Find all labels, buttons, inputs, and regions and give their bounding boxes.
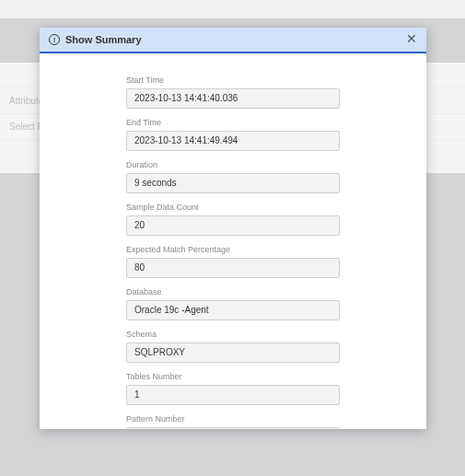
field-pattern-number: Pattern Number <box>126 414 340 429</box>
field-label: Pattern Number <box>126 414 340 424</box>
summary-form: Start Time End Time Duration Sample Data… <box>126 75 340 429</box>
field-label: Tables Number <box>126 372 340 381</box>
start-time-input[interactable] <box>126 88 340 109</box>
field-database: Database <box>126 287 340 320</box>
field-label: Expected Match Percentage <box>126 245 340 254</box>
field-schema: Schema <box>126 330 340 363</box>
info-icon: ! <box>49 34 60 45</box>
end-time-input[interactable] <box>126 131 340 151</box>
expected-match-percentage-input[interactable] <box>126 258 340 278</box>
pattern-number-input[interactable] <box>126 427 340 429</box>
tables-number-input[interactable] <box>126 385 340 405</box>
database-input[interactable] <box>126 300 340 320</box>
field-end-time: End Time <box>126 118 340 151</box>
modal-body: Start Time End Time Duration Sample Data… <box>40 53 426 429</box>
modal-overlay: ! Show Summary ✕ Start Time End Time Dur… <box>0 0 465 476</box>
field-tables-number: Tables Number <box>126 372 340 405</box>
field-label: Start Time <box>126 75 340 85</box>
field-label: Sample Data Count <box>126 203 340 212</box>
field-label: Schema <box>126 330 340 339</box>
field-duration: Duration <box>126 160 340 193</box>
field-sample-data-count: Sample Data Count <box>126 203 340 236</box>
close-icon[interactable]: ✕ <box>404 32 419 47</box>
field-label: Duration <box>126 160 340 169</box>
show-summary-modal: ! Show Summary ✕ Start Time End Time Dur… <box>40 28 426 429</box>
field-start-time: Start Time <box>126 75 340 109</box>
field-expected-match-percentage: Expected Match Percentage <box>126 245 340 278</box>
field-label: End Time <box>126 118 340 127</box>
field-label: Database <box>126 287 340 296</box>
duration-input[interactable] <box>126 173 340 193</box>
sample-data-count-input[interactable] <box>126 215 340 236</box>
schema-input[interactable] <box>126 342 340 363</box>
modal-title: Show Summary <box>65 34 142 45</box>
modal-header: ! Show Summary ✕ <box>40 28 426 53</box>
